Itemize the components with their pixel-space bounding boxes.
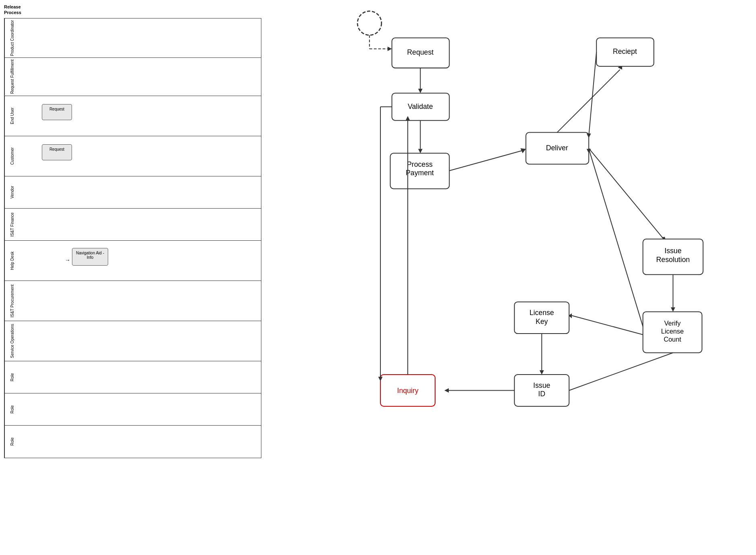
issue-id-to-verify: [569, 353, 673, 391]
arrow-issue-id-to-inquiry: [444, 388, 449, 393]
swimlane-content-vendor: [20, 176, 261, 208]
swimlane-row-service-operations: Service Operations: [4, 321, 261, 361]
deliver-to-issue-res: [589, 148, 664, 239]
arrow-to-payment: [418, 149, 423, 153]
swimlane-row-help-desk: Help Desk → Navigation Aid -Info: [4, 241, 261, 281]
verify-license-label3: Count: [664, 336, 681, 343]
swimlane-content-customer: Request: [20, 136, 261, 176]
swimlane-content-service-operations: [20, 321, 261, 361]
verify-license-label2: License: [661, 328, 684, 335]
navigation-aid-box: Navigation Aid -Info: [72, 248, 108, 266]
arrow-to-validate: [418, 89, 423, 93]
issue-id-label1: Issue: [533, 381, 550, 389]
swimlane-label-customer: Customer: [4, 136, 20, 176]
swimlane-content-product-coordinator: [20, 18, 261, 58]
flow-diagram: Request Validate Process Payment Deliver…: [314, 4, 748, 551]
swimlane-row-vendor: Vendor: [4, 176, 261, 209]
swimlane-row-ist-procurement: IS&T Procurement: [4, 281, 261, 321]
swimlane-label-service-operations: Service Operations: [4, 321, 20, 361]
issue-id-label2: ID: [538, 390, 545, 398]
swimlane-content-role-2: [20, 393, 261, 425]
arrow-icon: →: [65, 257, 70, 263]
arrow-issue-res-to-verify: [671, 307, 675, 312]
swimlane-label-ist-finance: IS&T Finance: [4, 209, 20, 240]
issue-resolution-label1: Issue: [664, 247, 681, 255]
swimlane-content-end-user: Request: [20, 96, 261, 136]
swimlane-label-vendor: Vendor: [4, 176, 20, 208]
swimlane-label-role-2: Role: [4, 393, 20, 425]
swimlane-label-role-3: Role: [4, 426, 20, 458]
swimlane-label-help-desk: Help Desk: [4, 241, 20, 281]
swimlane-content-role-1: [20, 361, 261, 393]
license-key-label1: License: [530, 309, 554, 317]
verify-license-label1: Verify: [664, 319, 681, 327]
swimlane-row-end-user: End User Request: [4, 96, 261, 136]
validate-label: Validate: [408, 102, 433, 111]
payment-to-deliver: [449, 150, 522, 170]
swimlane-content-ist-finance: [20, 209, 261, 240]
deliver-to-receipt: [557, 70, 620, 132]
process-payment-label: Process: [407, 160, 433, 168]
start-circle: [357, 11, 382, 35]
arrow-license-key-to-issue-id: [540, 370, 544, 375]
swimlane-label-role-1: Role: [4, 361, 20, 393]
customer-request-box: Request: [42, 144, 72, 160]
end-user-request-box: Request: [42, 104, 72, 120]
swimlane-diagram: Release Process Product Coordinator Requ…: [4, 4, 265, 458]
verify-to-deliver: [589, 149, 643, 326]
process-payment-label2: Payment: [406, 169, 434, 177]
swimlane-row-product-coordinator: Product Coordinator: [4, 18, 261, 58]
swimlane-label-request-fulfillment: Request Fulfillment: [4, 58, 20, 96]
swimlane-row-role-2: Role: [4, 393, 261, 426]
flow-svg: Request Validate Process Payment Deliver…: [314, 4, 748, 551]
swimlane-row-role-3: Role: [4, 426, 261, 458]
arrow-to-request: [388, 47, 392, 51]
swimlane-content-help-desk: → Navigation Aid -Info: [20, 241, 261, 281]
issue-resolution-label2: Resolution: [656, 256, 690, 264]
swimlane-row-role-1: Role: [4, 361, 261, 393]
verify-to-license-key: [572, 315, 643, 335]
deliver-label: Deliver: [546, 144, 568, 152]
swimlane-label-ist-procurement: IS&T Procurement: [4, 281, 20, 321]
swimlane-label-product-coordinator: Product Coordinator: [4, 18, 20, 58]
swimlane-row-request-fulfillment: Request Fulfillment: [4, 58, 261, 96]
swimlane-content-ist-procurement: [20, 281, 261, 321]
swimlane-content-request-fulfillment: [20, 58, 261, 96]
swimlane-row-customer: Customer Request: [4, 136, 261, 176]
page-title: Release Process: [4, 4, 265, 16]
inquiry-label: Inquiry: [397, 387, 418, 395]
swimlane-row-ist-finance: IS&T Finance: [4, 209, 261, 241]
swimlane-content-role-3: [20, 426, 261, 458]
swimlane-table: Product Coordinator Request Fulfillment …: [4, 18, 261, 458]
receipt-label: Reciept: [613, 47, 637, 55]
request-label: Request: [407, 48, 433, 56]
license-key-label2: Key: [536, 317, 548, 326]
swimlane-label-end-user: End User: [4, 96, 20, 136]
